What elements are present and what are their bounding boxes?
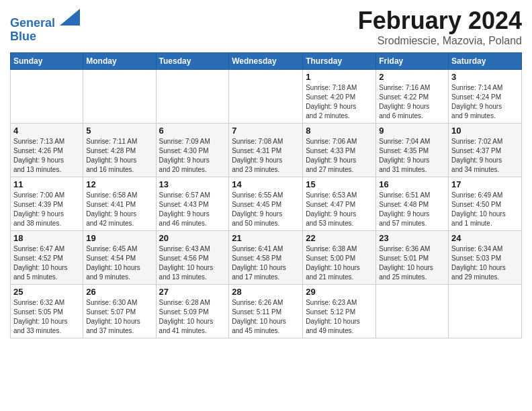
logo-general: General: [10, 16, 55, 30]
calendar-week-4: 18Sunrise: 6:47 AMSunset: 4:52 PMDayligh…: [11, 231, 522, 285]
day-of-week-friday: Friday: [376, 53, 449, 70]
title-area: February 2024 Srodmiescie, Mazovia, Pola…: [358, 7, 522, 47]
day-info: Sunrise: 7:02 AMSunset: 4:37 PMDaylight:…: [451, 137, 519, 175]
day-of-week-saturday: Saturday: [449, 53, 522, 70]
calendar-cell: 13Sunrise: 6:57 AMSunset: 4:43 PMDayligh…: [156, 177, 229, 231]
calendar-week-1: 1Sunrise: 7:18 AMSunset: 4:20 PMDaylight…: [11, 70, 522, 124]
calendar-cell: 3Sunrise: 7:14 AMSunset: 4:24 PMDaylight…: [449, 70, 522, 124]
calendar-cell: 15Sunrise: 6:53 AMSunset: 4:47 PMDayligh…: [303, 177, 376, 231]
day-info: Sunrise: 7:18 AMSunset: 4:20 PMDaylight:…: [306, 83, 373, 121]
day-number: 9: [379, 126, 445, 136]
calendar-cell: 5Sunrise: 7:11 AMSunset: 4:28 PMDaylight…: [83, 124, 156, 177]
calendar-cell: 18Sunrise: 6:47 AMSunset: 4:52 PMDayligh…: [11, 231, 83, 285]
calendar-cell: 16Sunrise: 6:51 AMSunset: 4:48 PMDayligh…: [376, 177, 449, 231]
day-number: 27: [159, 287, 226, 297]
day-info: Sunrise: 7:06 AMSunset: 4:33 PMDaylight:…: [306, 137, 373, 175]
day-info: Sunrise: 6:26 AMSunset: 5:11 PMDaylight:…: [232, 298, 300, 336]
calendar-header-row: SundayMondayTuesdayWednesdayThursdayFrid…: [11, 53, 522, 70]
calendar-cell: 6Sunrise: 7:09 AMSunset: 4:30 PMDaylight…: [156, 124, 229, 177]
day-info: Sunrise: 6:53 AMSunset: 4:47 PMDaylight:…: [306, 191, 373, 228]
calendar-week-3: 11Sunrise: 7:00 AMSunset: 4:39 PMDayligh…: [11, 177, 522, 231]
day-info: Sunrise: 7:08 AMSunset: 4:31 PMDaylight:…: [232, 137, 300, 175]
day-number: 28: [232, 287, 300, 297]
day-number: 23: [379, 233, 445, 243]
calendar-cell: 23Sunrise: 6:36 AMSunset: 5:01 PMDayligh…: [376, 231, 449, 285]
day-number: 21: [232, 233, 300, 243]
logo-icon: [60, 9, 80, 26]
day-info: Sunrise: 7:11 AMSunset: 4:28 PMDaylight:…: [86, 137, 152, 175]
day-info: Sunrise: 6:38 AMSunset: 5:00 PMDaylight:…: [306, 244, 373, 282]
calendar-week-5: 25Sunrise: 6:32 AMSunset: 5:05 PMDayligh…: [11, 285, 522, 338]
day-info: Sunrise: 6:36 AMSunset: 5:01 PMDaylight:…: [379, 244, 445, 282]
day-number: 18: [13, 233, 80, 243]
calendar-cell: 14Sunrise: 6:55 AMSunset: 4:45 PMDayligh…: [229, 177, 303, 231]
svg-marker-0: [60, 9, 80, 26]
calendar-cell: 17Sunrise: 6:49 AMSunset: 4:50 PMDayligh…: [449, 177, 522, 231]
day-info: Sunrise: 6:49 AMSunset: 4:50 PMDaylight:…: [451, 191, 519, 228]
day-number: 17: [451, 179, 519, 189]
day-of-week-wednesday: Wednesday: [229, 53, 303, 70]
calendar-cell: 7Sunrise: 7:08 AMSunset: 4:31 PMDaylight…: [229, 124, 303, 177]
day-info: Sunrise: 6:58 AMSunset: 4:41 PMDaylight:…: [86, 191, 152, 228]
calendar-title: February 2024: [358, 7, 522, 35]
logo-blue: Blue: [10, 30, 36, 43]
day-info: Sunrise: 6:51 AMSunset: 4:48 PMDaylight:…: [379, 191, 445, 228]
calendar-cell: 8Sunrise: 7:06 AMSunset: 4:33 PMDaylight…: [303, 124, 376, 177]
calendar-cell: 9Sunrise: 7:04 AMSunset: 4:35 PMDaylight…: [376, 124, 449, 177]
calendar-cell: [11, 70, 83, 124]
day-info: Sunrise: 6:32 AMSunset: 5:05 PMDaylight:…: [13, 298, 80, 336]
day-info: Sunrise: 6:57 AMSunset: 4:43 PMDaylight:…: [159, 191, 226, 228]
calendar-cell: [376, 285, 449, 338]
day-number: 13: [159, 179, 226, 189]
day-number: 7: [232, 126, 300, 136]
day-info: Sunrise: 7:00 AMSunset: 4:39 PMDaylight:…: [13, 191, 80, 228]
calendar-cell: 29Sunrise: 6:23 AMSunset: 5:12 PMDayligh…: [303, 285, 376, 338]
calendar-cell: 25Sunrise: 6:32 AMSunset: 5:05 PMDayligh…: [11, 285, 83, 338]
day-number: 10: [451, 126, 519, 136]
calendar-cell: 10Sunrise: 7:02 AMSunset: 4:37 PMDayligh…: [449, 124, 522, 177]
calendar-cell: 19Sunrise: 6:45 AMSunset: 4:54 PMDayligh…: [83, 231, 156, 285]
calendar-cell: 12Sunrise: 6:58 AMSunset: 4:41 PMDayligh…: [83, 177, 156, 231]
day-of-week-monday: Monday: [83, 53, 156, 70]
day-of-week-tuesday: Tuesday: [156, 53, 229, 70]
calendar-table: SundayMondayTuesdayWednesdayThursdayFrid…: [10, 52, 522, 338]
day-info: Sunrise: 6:47 AMSunset: 4:52 PMDaylight:…: [13, 244, 80, 282]
day-number: 19: [86, 233, 152, 243]
day-number: 1: [306, 72, 373, 82]
day-number: 4: [13, 126, 80, 136]
logo: General Blue: [10, 10, 80, 44]
day-info: Sunrise: 6:30 AMSunset: 5:07 PMDaylight:…: [86, 298, 152, 336]
calendar-cell: [156, 70, 229, 124]
day-info: Sunrise: 7:14 AMSunset: 4:24 PMDaylight:…: [451, 83, 519, 121]
day-number: 2: [379, 72, 445, 82]
day-number: 11: [13, 179, 80, 189]
day-number: 3: [451, 72, 519, 82]
day-number: 5: [86, 126, 152, 136]
day-number: 14: [232, 179, 300, 189]
calendar-cell: 2Sunrise: 7:16 AMSunset: 4:22 PMDaylight…: [376, 70, 449, 124]
day-info: Sunrise: 7:09 AMSunset: 4:30 PMDaylight:…: [159, 137, 226, 175]
day-number: 12: [86, 179, 152, 189]
calendar-cell: 20Sunrise: 6:43 AMSunset: 4:56 PMDayligh…: [156, 231, 229, 285]
calendar-week-2: 4Sunrise: 7:13 AMSunset: 4:26 PMDaylight…: [11, 124, 522, 177]
day-number: 8: [306, 126, 373, 136]
day-of-week-thursday: Thursday: [303, 53, 376, 70]
day-number: 22: [306, 233, 373, 243]
day-of-week-sunday: Sunday: [11, 53, 83, 70]
calendar-cell: [229, 70, 303, 124]
day-info: Sunrise: 6:55 AMSunset: 4:45 PMDaylight:…: [232, 191, 300, 228]
day-number: 26: [86, 287, 152, 297]
day-info: Sunrise: 6:28 AMSunset: 5:09 PMDaylight:…: [159, 298, 226, 336]
day-number: 6: [159, 126, 226, 136]
day-info: Sunrise: 6:34 AMSunset: 5:03 PMDaylight:…: [451, 244, 519, 282]
day-info: Sunrise: 7:16 AMSunset: 4:22 PMDaylight:…: [379, 83, 445, 121]
calendar-cell: 21Sunrise: 6:41 AMSunset: 4:58 PMDayligh…: [229, 231, 303, 285]
calendar-cell: 11Sunrise: 7:00 AMSunset: 4:39 PMDayligh…: [11, 177, 83, 231]
day-number: 15: [306, 179, 373, 189]
calendar-cell: [449, 285, 522, 338]
calendar-cell: 22Sunrise: 6:38 AMSunset: 5:00 PMDayligh…: [303, 231, 376, 285]
day-number: 29: [306, 287, 373, 297]
day-number: 16: [379, 179, 445, 189]
day-info: Sunrise: 6:43 AMSunset: 4:56 PMDaylight:…: [159, 244, 226, 282]
day-info: Sunrise: 6:23 AMSunset: 5:12 PMDaylight:…: [306, 298, 373, 336]
